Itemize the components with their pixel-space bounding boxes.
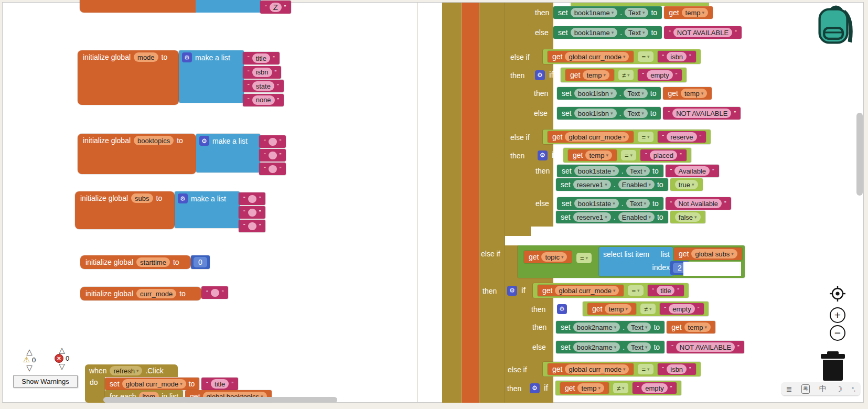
compare-op-dropdown[interactable]: =▾ <box>638 364 653 374</box>
select-list-item-block[interactable]: select list itemlistindex <box>599 247 673 276</box>
ime-mode-icon[interactable]: 粤 <box>801 384 810 394</box>
field-oval[interactable]: global curr_mode▾ <box>565 364 629 374</box>
compare-block[interactable]: getglobal curr_mode▾=▾“isbn” <box>543 49 701 64</box>
field-oval[interactable]: book2name▾ <box>573 342 620 352</box>
clipped-compare-block[interactable] <box>571 3 709 6</box>
get-topic-block[interactable]: gettopic▾ <box>524 251 572 263</box>
compare-block[interactable]: getglobal curr_mode▾=▾“reserve” <box>543 130 711 144</box>
error-down-arrow[interactable]: ▽ <box>50 363 74 370</box>
set-book1isbn-block[interactable]: setbook1isbn▾.Text▾to <box>557 107 661 120</box>
text-string-block[interactable]: “isbn” <box>658 51 696 62</box>
field-oval[interactable]: Text▾ <box>625 8 648 17</box>
compare-op-dropdown[interactable]: =▾ <box>576 253 592 263</box>
set-global-curr_mode-block[interactable]: setglobal curr_mode▾to <box>105 378 199 390</box>
field-oval[interactable]: temp▾ <box>684 322 711 332</box>
get-temp-block[interactable]: gettemp▾ <box>664 6 713 19</box>
show-warnings-button[interactable]: Show Warnings <box>13 375 78 388</box>
field-oval[interactable]: temp▾ <box>682 8 708 17</box>
field-oval[interactable]: global curr_mode▾ <box>122 379 186 389</box>
set-book2name-block[interactable]: setbook2name▾.Text▾to <box>556 321 665 333</box>
set-book2name-block[interactable]: setbook2name▾.Text▾to <box>556 341 665 353</box>
field-oval[interactable]: reserve1▾ <box>573 180 611 189</box>
number-edit-field[interactable] <box>683 262 741 276</box>
text-string-block[interactable]: “NOT AVAILABLE” <box>664 26 742 39</box>
text-string-block[interactable]: “” <box>239 206 265 219</box>
field-oval[interactable]: reserve1▾ <box>573 212 611 222</box>
compare-op-dropdown[interactable]: =▾ <box>621 150 636 160</box>
text-string-block[interactable]: “placed” <box>640 149 687 161</box>
get-temp-block[interactable]: gettemp▾ <box>565 69 614 81</box>
get-global-curr_mode-block[interactable]: getglobal curr_mode▾ <box>548 51 634 62</box>
true-block[interactable]: true▾ <box>670 178 703 191</box>
text-string-block[interactable]: “title” <box>243 52 280 64</box>
get-temp-block[interactable]: gettemp▾ <box>587 303 636 315</box>
compare-op-dropdown[interactable]: ≠▾ <box>618 70 634 80</box>
text-string-block[interactable]: “reserve” <box>658 131 706 143</box>
text-string-block[interactable]: “Z” <box>260 1 291 14</box>
number-block[interactable]: 0 <box>191 255 210 269</box>
drag-handle-icon[interactable]: ≣ <box>786 385 792 393</box>
get-global-curr_mode-block[interactable]: getglobal curr_mode▾ <box>538 285 624 296</box>
init-global-subs-block[interactable]: initialize globalsubsto <box>75 191 175 229</box>
make-a-list-block[interactable]: ⚙make a list <box>179 50 244 103</box>
field-oval[interactable]: Text▾ <box>624 109 647 118</box>
field-oval[interactable]: global curr_mode▾ <box>565 52 629 61</box>
field-oval[interactable]: Text▾ <box>624 89 647 98</box>
set-book1name-block[interactable]: setbook1name▾.Text▾to <box>553 26 662 39</box>
text-string-block[interactable]: “” <box>239 220 265 232</box>
text-string-block[interactable]: “title” <box>648 285 684 296</box>
field-oval[interactable]: topic▾ <box>541 252 567 262</box>
text-string-block[interactable]: “NOT AVAILABLE” <box>667 341 744 353</box>
text-string-block[interactable]: “” <box>259 149 286 162</box>
field-oval[interactable]: global curr_mode▾ <box>565 132 629 142</box>
field-oval[interactable]: Enabled▾ <box>618 212 655 222</box>
mutator-gear-icon[interactable]: ⚙ <box>557 304 567 314</box>
field-oval[interactable]: temp▾ <box>681 89 707 98</box>
field-oval[interactable]: temp▾ <box>577 383 604 393</box>
set-book1name-block[interactable]: setbook1name▾.Text▾to <box>553 6 662 19</box>
vertical-scrollbar[interactable] <box>856 113 863 196</box>
when-refresh-click-block[interactable]: whenrefresh▾.Click <box>85 364 178 377</box>
compare-block[interactable]: gettemp▾≠▾“empty” <box>555 381 681 395</box>
clipped-init-block[interactable] <box>80 0 196 13</box>
chinese-mode-icon[interactable]: 中 <box>819 384 827 394</box>
mutator-gear-icon[interactable]: ⚙ <box>178 193 188 203</box>
field-oval[interactable]: Enabled▾ <box>618 180 655 189</box>
make-a-list-block[interactable]: ⚙make a list <box>196 134 260 173</box>
compare-block[interactable]: gettemp▾=▾“placed” <box>563 148 691 163</box>
error-up-arrow[interactable]: △ <box>50 347 74 353</box>
get-temp-block[interactable]: gettemp▾ <box>568 149 617 161</box>
compare-block[interactable]: gettemp▾≠▾“empty” <box>561 68 687 82</box>
foreach-block-column[interactable] <box>462 3 479 403</box>
field-oval[interactable]: temp▾ <box>585 150 612 160</box>
compare-op-dropdown[interactable]: ≠▾ <box>640 304 656 314</box>
set-reserve1-block[interactable]: setreserve1▾.Enabled▾to <box>556 178 668 191</box>
compare-op-dropdown[interactable]: ≠▾ <box>613 383 628 393</box>
init-global-booktopics-block[interactable]: initialize globalbooktopicsto <box>78 134 196 174</box>
compare-topic-block[interactable]: gettopic▾=▾select list itemlistindexgetg… <box>518 245 745 278</box>
error-counter[interactable]: △ ✕ 0 ▽ <box>50 347 74 370</box>
text-string-block[interactable]: “” <box>259 135 286 148</box>
init-global-mode-block[interactable]: initialize globalmodeto <box>78 50 179 105</box>
get-global-subs-block[interactable]: getglobal subs▾ <box>674 247 742 260</box>
compare-block[interactable]: gettemp▾≠▾“empty” <box>583 302 709 316</box>
zoom-out-button[interactable]: − <box>830 325 845 341</box>
text-string-block[interactable]: “state” <box>243 80 284 92</box>
mutator-gear-icon[interactable]: ⚙ <box>507 286 517 296</box>
compare-op-dropdown[interactable]: =▾ <box>638 51 653 62</box>
field-oval[interactable]: global subs▾ <box>691 249 737 259</box>
field-oval[interactable]: Text▾ <box>626 199 650 208</box>
mutator-gear-icon[interactable]: ⚙ <box>199 136 209 146</box>
text-string-block[interactable]: “NOT AVAILABLE” <box>663 107 741 120</box>
field-oval[interactable]: Text▾ <box>627 322 651 332</box>
compare-block[interactable]: getglobal curr_mode▾=▾“title” <box>533 283 689 298</box>
set-book1isbn-block[interactable]: setbook1isbn▾.Text▾to <box>557 87 661 100</box>
field-oval[interactable]: Text▾ <box>625 28 648 37</box>
text-string-block[interactable]: “” <box>259 163 286 175</box>
moon-icon[interactable]: ☽ <box>835 385 842 393</box>
warning-down-arrow[interactable]: ▽ <box>17 364 41 371</box>
field-oval[interactable]: book1state▾ <box>574 166 619 176</box>
text-string-block[interactable]: “isbn” <box>243 66 281 79</box>
mutator-gear-icon[interactable]: ⚙ <box>530 383 540 393</box>
field-oval[interactable]: Text▾ <box>626 166 650 176</box>
